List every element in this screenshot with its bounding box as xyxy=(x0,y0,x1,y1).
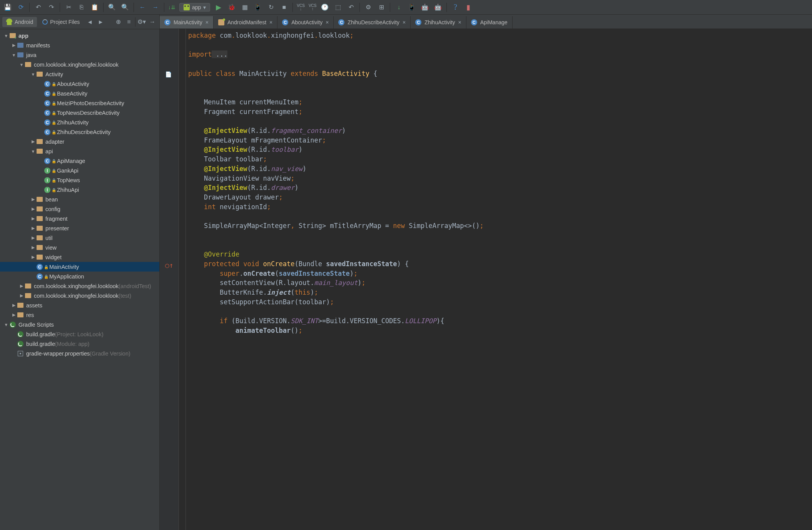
tree-activity-item[interactable]: C🔒ZhihuDescribeActivity xyxy=(0,127,159,137)
lock-icon: 🔒 xyxy=(44,275,48,278)
error-icon[interactable]: ▮ xyxy=(464,3,473,12)
class-icon: C xyxy=(471,19,477,25)
tree-api[interactable]: ▼api xyxy=(0,146,159,156)
editor-tab-zhihu[interactable]: CZhihuActivity× xyxy=(411,16,466,29)
tree-folder-widget[interactable]: ▶widget xyxy=(0,252,159,262)
help-icon[interactable]: ? xyxy=(451,3,460,12)
tree-pkg-test[interactable]: ▶com.looklook.xinghongfei.looklook (test… xyxy=(0,291,159,300)
tree-activity-item[interactable]: C🔒TopNewsDescribeActivity xyxy=(0,108,159,117)
run-icon[interactable]: ▶ xyxy=(214,3,223,12)
save-icon[interactable]: 💾 xyxy=(3,3,12,12)
class-marker-icon[interactable]: 📄 xyxy=(165,70,172,79)
tab-right-icon[interactable]: ▶ xyxy=(96,17,105,27)
tree-res[interactable]: ▶res xyxy=(0,310,159,320)
replace-icon[interactable]: 🔍 xyxy=(120,3,130,12)
vcs-update-icon[interactable]: VCS↓ xyxy=(297,4,305,11)
tree-main-activity[interactable]: C🔒MainActivity xyxy=(0,262,159,272)
tree-folder-fragment[interactable]: ▶fragment xyxy=(0,214,159,223)
editor-tab-about[interactable]: CAboutActivity× xyxy=(277,16,334,29)
code-area[interactable]: 📄 ○↑ package com.looklook.xinghongfei.lo… xyxy=(160,29,812,530)
vcs-history-icon[interactable]: 🕐 xyxy=(320,3,329,12)
tree-folder-config[interactable]: ▶config xyxy=(0,204,159,214)
tree-api-item[interactable]: I🔒ZhihuApi xyxy=(0,185,159,195)
editor-tab-manifest[interactable]: AndroidManifest× xyxy=(214,16,277,29)
avd-manager-icon[interactable]: 📱 xyxy=(407,3,416,12)
separator xyxy=(164,3,164,12)
debug-icon[interactable]: 🐞 xyxy=(227,3,236,12)
tree-manifests[interactable]: ▶manifests xyxy=(0,40,159,50)
coverage-icon[interactable]: ↻ xyxy=(266,3,276,12)
redo-icon[interactable]: ↷ xyxy=(47,3,56,12)
tree-api-item[interactable]: C🔒ApiManage xyxy=(0,156,159,166)
tab-label: Project Files xyxy=(50,19,80,25)
attach-icon[interactable]: 📱 xyxy=(253,3,262,12)
cut-icon[interactable]: ✂ xyxy=(64,3,73,12)
tree-adapter[interactable]: ▶adapter xyxy=(0,137,159,146)
tree-activity-folder[interactable]: ▼Activity xyxy=(0,69,159,79)
tree-api-item[interactable]: I🔒GankApi xyxy=(0,166,159,175)
copy-icon[interactable]: ⎘ xyxy=(77,3,86,12)
tree-folder-bean[interactable]: ▶bean xyxy=(0,195,159,204)
tree-activity-item[interactable]: C🔒ZhihuActivity xyxy=(0,117,159,127)
close-icon[interactable]: × xyxy=(206,19,209,25)
tab-android[interactable]: Android xyxy=(2,17,37,27)
close-icon[interactable]: × xyxy=(269,19,272,25)
tree-gradle-scripts[interactable]: ▼Gradle Scripts xyxy=(0,320,159,329)
editor-tab-zhihudesc[interactable]: CZhihuDescribeActivity× xyxy=(334,16,411,29)
sdk-manager-icon[interactable]: ↓ xyxy=(394,3,403,12)
override-marker-icon[interactable]: ○↑ xyxy=(165,261,174,270)
vcs-revert-icon[interactable]: ↶ xyxy=(346,3,356,12)
tree-folder-presenter[interactable]: ▶presenter xyxy=(0,223,159,233)
vcs-diff-icon[interactable]: ⬚ xyxy=(333,3,343,12)
project-structure-icon[interactable]: ⊞ xyxy=(377,3,386,12)
tree-folder-util[interactable]: ▶util xyxy=(0,233,159,243)
target-icon[interactable]: ⊕ xyxy=(114,17,123,27)
tree-gradle-wrapper[interactable]: gradle-wrapper.properties (Gradle Versio… xyxy=(0,349,159,358)
collapse-icon[interactable]: ≡ xyxy=(124,17,134,27)
tab-left-icon[interactable]: ◀ xyxy=(85,17,94,27)
android-icon-2[interactable]: 🤖 xyxy=(433,3,443,12)
back-icon[interactable]: ← xyxy=(138,3,147,12)
editor-tab-mainactivity[interactable]: CMainActivity× xyxy=(160,16,214,29)
class-icon: C xyxy=(415,19,421,25)
settings-icon[interactable]: ⚙ xyxy=(364,3,373,12)
android-icon[interactable]: 🤖 xyxy=(420,3,429,12)
tab-project-files[interactable]: Project Files xyxy=(38,17,84,27)
hide-icon[interactable]: → xyxy=(148,17,157,27)
run-config-selector[interactable]: app ▾ xyxy=(179,3,210,12)
class-icon: C xyxy=(164,19,170,25)
fold-column[interactable] xyxy=(179,29,186,530)
vcs-commit-icon[interactable]: VCS↑ xyxy=(309,4,317,11)
tree-build-gradle-proj[interactable]: build.gradle (Project: LookLook) xyxy=(0,329,159,339)
tree-activity-item[interactable]: C🔒MeiziPhotoDescribeActivity xyxy=(0,98,159,108)
tree-pkg-atest[interactable]: ▶com.looklook.xinghongfei.looklook (andr… xyxy=(0,281,159,291)
profile-icon[interactable]: ▦ xyxy=(240,3,249,12)
separator xyxy=(29,3,30,12)
forward-icon[interactable]: → xyxy=(151,3,160,12)
tree-folder-view[interactable]: ▶view xyxy=(0,243,159,252)
find-icon[interactable]: 🔍 xyxy=(107,3,117,12)
tree-app[interactable]: ▼app xyxy=(0,31,159,40)
tree-activity-item[interactable]: C🔒BaseActivity xyxy=(0,89,159,98)
undo-icon[interactable]: ↶ xyxy=(33,3,43,12)
code-content[interactable]: package com.looklook.xinghongfei.lookloo… xyxy=(186,29,812,530)
tree-pkg-main[interactable]: ▼com.looklook.xinghongfei.looklook xyxy=(0,60,159,69)
separator xyxy=(446,3,447,12)
tree-assets[interactable]: ▶assets xyxy=(0,300,159,310)
make-icon[interactable]: ↓⇊ xyxy=(168,4,175,10)
close-icon[interactable]: × xyxy=(458,19,461,25)
refresh-icon[interactable]: ⟳ xyxy=(16,3,25,12)
tree-api-item[interactable]: I🔒TopNews xyxy=(0,175,159,185)
tree-java[interactable]: ▼java xyxy=(0,50,159,60)
tree-my-application[interactable]: C🔒MyApplication xyxy=(0,272,159,281)
editor-tab-apimanage[interactable]: CApiManage xyxy=(466,16,513,29)
editor-tabs: CMainActivity× AndroidManifest× CAboutAc… xyxy=(160,15,812,29)
close-icon[interactable]: × xyxy=(326,19,329,25)
stop-icon[interactable]: ■ xyxy=(279,3,289,12)
paste-icon[interactable]: 📋 xyxy=(90,3,99,12)
tree-build-gradle-mod[interactable]: build.gradle (Module: app) xyxy=(0,339,159,349)
settings-gear-icon[interactable]: ⚙▾ xyxy=(137,17,146,27)
android-icon xyxy=(184,4,190,10)
tree-activity-item[interactable]: C🔒AboutActivity xyxy=(0,79,159,89)
close-icon[interactable]: × xyxy=(403,19,406,25)
